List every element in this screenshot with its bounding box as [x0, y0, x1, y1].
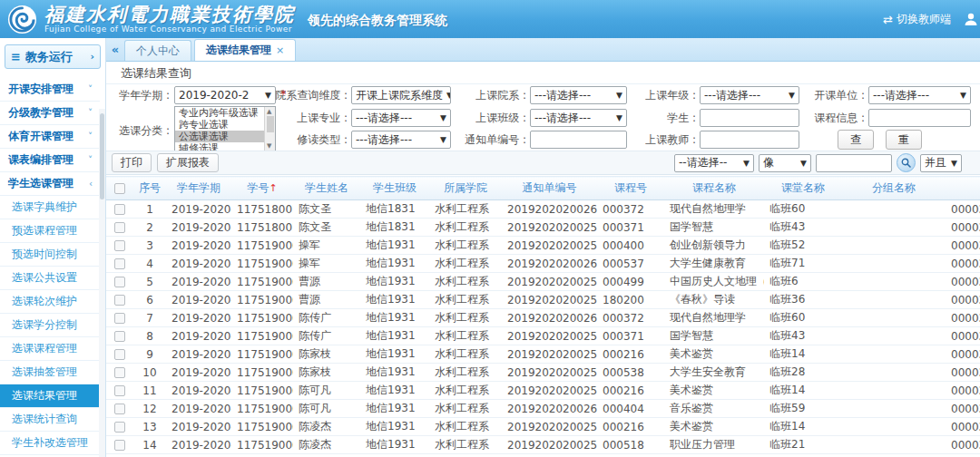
filter-logic-select[interactable]: 并且▼ — [920, 154, 962, 172]
teacher-input[interactable] — [700, 131, 799, 149]
listbox-scrollbar[interactable]: ▲ ▼ — [264, 107, 275, 151]
row-checkbox[interactable] — [114, 222, 125, 233]
close-tab-icon[interactable]: × — [276, 44, 284, 56]
column-header-课程号[interactable]: 课程号 — [597, 177, 664, 200]
sidebar-item-学生补改选管理[interactable]: 学生补改选管理 — [0, 432, 100, 455]
column-header-课程名称[interactable]: 课程名称 — [664, 177, 764, 200]
tab-course-result[interactable]: 选课结果管理× — [194, 39, 296, 61]
column-header-所属学院[interactable]: 所属学院 — [429, 177, 502, 200]
scroll-down-icon[interactable]: ▼ — [267, 142, 271, 150]
row-checkbox[interactable] — [114, 313, 125, 324]
row-checkbox[interactable] — [114, 204, 125, 215]
dept-select[interactable]: ---请选择---▼ — [530, 86, 627, 104]
cell-学生班级: 地信1931 — [360, 273, 429, 291]
dimension-select[interactable]: 开课上课院系维度▼ — [351, 86, 451, 104]
sidebar-item-选课抽签管理[interactable]: 选课抽签管理 — [0, 361, 100, 384]
row-checkbox[interactable] — [114, 258, 125, 269]
category-option[interactable]: 公选课选课 — [175, 131, 275, 142]
row-checkbox[interactable] — [114, 331, 125, 342]
table-row[interactable]: 102019-2020-21175190004陈家枝地信1931水利工程系201… — [106, 364, 980, 382]
sidebar-item-预选课程管理[interactable]: 预选课程管理 — [0, 219, 100, 243]
listbox-scrollbar-thumb[interactable] — [267, 116, 274, 132]
column-header-clipped[interactable] — [946, 177, 980, 200]
scroll-up-icon[interactable]: ▲ — [267, 108, 271, 115]
sidebar-item-课表编排管理[interactable]: 课表编排管理˅ — [0, 149, 100, 172]
unit-select[interactable]: ---请选择---▼ — [868, 86, 971, 104]
category-listbox[interactable]: ▲ ▼ 专业内跨年级选课跨专业选课公选课选课辅修选课 — [174, 106, 276, 151]
tab-personal-center[interactable]: 个人中心 — [124, 40, 191, 61]
semester-select[interactable]: 2019-2020-2▼ — [174, 86, 276, 104]
sidebar-scrollbar-thumb[interactable] — [100, 113, 104, 199]
table-row[interactable]: 72019-2020-21175190003陈传广地信1931水利工程系2019… — [106, 309, 980, 327]
sidebar-root-button[interactable]: ≡ 教务运行 › — [5, 44, 101, 69]
query-button[interactable]: 查 询 — [838, 130, 874, 150]
unit-value: ---请选择--- — [873, 88, 929, 103]
column-header-分组名称[interactable]: 分组名称 — [842, 177, 946, 200]
switch-teacher-link[interactable]: ⇄ 切换教师端 — [883, 12, 951, 27]
row-checkbox[interactable] — [114, 295, 125, 306]
course-info-input[interactable] — [868, 109, 971, 127]
notice-input[interactable] — [530, 131, 627, 149]
column-header-学号[interactable]: 学号↑ — [231, 177, 293, 200]
row-checkbox[interactable] — [114, 240, 125, 251]
sidebar-item-预选时间控制[interactable]: 预选时间控制 — [0, 243, 100, 267]
column-header-学生班级[interactable]: 学生班级 — [360, 177, 429, 200]
sidebar-item-分级教学管理[interactable]: 分级教学管理˅ — [0, 102, 100, 125]
column-header-课堂名称[interactable]: 课堂名称 — [764, 177, 842, 200]
sidebar-item-label: 选课统计查询 — [12, 408, 77, 431]
table-row[interactable]: 22019-2020-21175180016陈文圣地信1831水利工程系2019… — [106, 219, 980, 237]
column-header-序号[interactable]: 序号 — [133, 177, 166, 200]
print-button[interactable]: 打印 — [112, 153, 152, 172]
column-header-学年学期[interactable]: 学年学期 — [166, 177, 231, 200]
sidebar-item-开课安排管理[interactable]: 开课安排管理˅ — [0, 78, 100, 102]
reset-button[interactable]: 重 置 — [886, 130, 922, 150]
row-checkbox[interactable] — [114, 385, 125, 396]
table-row[interactable]: 42019-2020-21175190001操军地信1931水利工程系20192… — [106, 255, 980, 273]
table-row[interactable]: 112019-2020-21175190005陈可凡地信1931水利工程系201… — [106, 382, 980, 400]
collapse-tabs-icon[interactable]: « — [106, 39, 124, 61]
table-row[interactable]: 52019-2020-21175190002曹源地信1931水利工程系20192… — [106, 273, 980, 291]
row-checkbox[interactable] — [114, 440, 125, 451]
search-icon[interactable] — [897, 153, 916, 172]
filter-field-select[interactable]: --请选择--▼ — [674, 154, 754, 172]
sidebar-item-选课统计查询[interactable]: 选课统计查询 — [0, 408, 100, 432]
table-row[interactable]: 92019-2020-21175190004陈家枝地信1931水利工程系2019… — [106, 345, 980, 364]
sidebar-item-选课公共设置[interactable]: 选课公共设置 — [0, 267, 100, 290]
sidebar-item-体育开课管理[interactable]: 体育开课管理˅ — [0, 125, 100, 149]
table-row[interactable]: 122019-2020-21175190005陈可凡地信1931水利工程系201… — [106, 400, 980, 418]
row-checkbox[interactable] — [114, 422, 125, 433]
student-input[interactable] — [700, 109, 799, 127]
class-select[interactable]: ---请选择---▼ — [530, 109, 627, 127]
table-row[interactable]: 32019-2020-21175190001操军地信1931水利工程系20192… — [106, 237, 980, 255]
sidebar-item-选课字典维护[interactable]: 选课字典维护 — [0, 196, 100, 219]
row-checkbox[interactable] — [114, 349, 125, 360]
type-select[interactable]: ---请选择---▼ — [351, 131, 451, 149]
sidebar-item-选课轮次维护[interactable]: 选课轮次维护 — [0, 290, 100, 314]
table-row[interactable]: 142019-2020-21175190006陈凌杰地信1931水利工程系201… — [106, 436, 980, 454]
sidebar-item-选课课程管理[interactable]: 选课课程管理 — [0, 337, 100, 361]
filter-op-select[interactable]: 像▼ — [759, 154, 811, 172]
filter-value-input[interactable] — [816, 154, 892, 172]
user-icon[interactable] — [964, 12, 978, 26]
extended-report-button[interactable]: 扩展报表 — [157, 153, 219, 172]
row-checkbox[interactable] — [114, 404, 125, 414]
table-row[interactable]: 12019-2020-21175180016陈文圣地信1831水利工程系2019… — [106, 200, 980, 219]
sidebar-item-选课结果管理[interactable]: 选课结果管理 — [0, 384, 100, 408]
table-row[interactable]: 132019-2020-21175190006陈凌杰地信1931水利工程系201… — [106, 418, 980, 436]
cell-clipped: 00003 — [946, 436, 980, 454]
column-header-通知单编号[interactable]: 通知单编号 — [502, 177, 597, 200]
major-select[interactable]: ---请选择---▼ — [351, 109, 451, 127]
row-checkbox[interactable] — [114, 277, 125, 287]
grade-select[interactable]: ---请选择---▼ — [700, 86, 799, 104]
table-row[interactable]: 62019-2020-21175190002曹源地信1931水利工程系20192… — [106, 291, 980, 309]
sidebar-item-学生选课管理[interactable]: 学生选课管理‹ — [0, 172, 100, 196]
category-option[interactable]: 跨专业选课 — [175, 119, 275, 131]
table-row[interactable]: 82019-2020-21175190003陈传广地信1931水利工程系2019… — [106, 327, 980, 345]
sidebar-item-选课学分控制[interactable]: 选课学分控制 — [0, 314, 100, 337]
column-header-学生姓名[interactable]: 学生姓名 — [293, 177, 360, 200]
row-checkbox[interactable] — [114, 367, 125, 378]
cell-学年学期: 2019-2020-2 — [166, 273, 231, 291]
sidebar-scrollbar[interactable] — [99, 109, 105, 457]
category-option[interactable]: 专业内跨年级选课 — [175, 107, 275, 119]
select-all-checkbox[interactable] — [114, 183, 125, 194]
